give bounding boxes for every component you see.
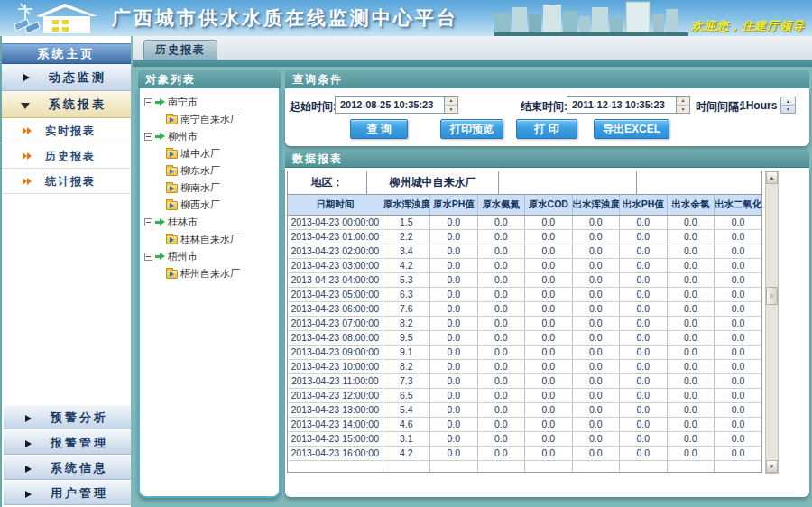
end-time-input[interactable]: 2011-12-13 10:35:23 xyxy=(567,96,677,114)
sidebar-subitem-2[interactable]: 统计报表 xyxy=(2,169,131,194)
report-panel-header: 数据报表 xyxy=(285,150,809,168)
vertical-scrollbar[interactable]: ▲ ≡ ▼ xyxy=(765,171,779,474)
query-button-3[interactable]: 导出EXCEL xyxy=(594,119,669,139)
report-panel: 数据报表 地区： 柳州城中自来水厂 日期时间原水浑浊度原水PH值原水氨氮原水CO… xyxy=(285,150,809,497)
query-button-0[interactable]: 查 询 xyxy=(350,119,408,139)
logo-image xyxy=(13,1,114,36)
triangle-right-icon xyxy=(25,415,32,422)
table-cell: 0.0 xyxy=(715,388,762,402)
collapse-minus-icon[interactable] xyxy=(144,253,152,261)
sidebar-item-system-reports[interactable]: 系统报表 xyxy=(2,91,131,118)
table-cell: 0.0 xyxy=(430,359,478,373)
tree-city-label: 南宁市 xyxy=(168,96,198,109)
table-row: 2013-04-23 15:00:003.10.00.00.00.00.00.0… xyxy=(288,431,761,446)
table-cell: 0.0 xyxy=(525,388,573,402)
table-cell: 0.0 xyxy=(667,287,715,301)
main-area: 历史报表 对象列表 南宁市南宁自来水厂柳州市城中水厂柳东水厂柳南水厂柳西水厂桂林… xyxy=(133,36,812,507)
sidebar-bottom-item-3[interactable]: 用户管理 xyxy=(4,480,131,505)
start-time-label: 起始时间: xyxy=(290,99,337,115)
sidebar-item-dynamic-monitor[interactable]: 动态监测 xyxy=(2,64,131,91)
table-cell: 0.0 xyxy=(430,373,478,388)
table-cell: 0.0 xyxy=(715,373,762,388)
table-cell: 0.0 xyxy=(715,431,762,446)
tree-node-plant[interactable]: 梧州自来水厂 xyxy=(142,265,277,282)
table-row: 2013-04-23 14:00:004.60.00.00.00.00.00.0… xyxy=(288,417,761,431)
table-cell: 0.0 xyxy=(715,446,762,460)
interval-value[interactable]: 1Hours xyxy=(740,99,777,112)
tree-node-plant[interactable]: 柳南水厂 xyxy=(142,180,277,197)
spinner-up-icon[interactable]: ▲ xyxy=(781,97,795,106)
column-header-0: 日期时间 xyxy=(288,195,383,215)
sidebar-bottom-item-0[interactable]: 预警分析 xyxy=(4,404,131,429)
sidebar-item-home[interactable]: 系统主页 xyxy=(2,43,131,64)
table-cell: 0.0 xyxy=(477,345,525,359)
spinner-down-icon[interactable]: ▼ xyxy=(781,106,795,113)
table-cell: 4.6 xyxy=(383,417,430,431)
table-cell: 0.0 xyxy=(525,330,573,345)
table-cell: 2013-04-23 12:00:00 xyxy=(288,388,383,402)
tree-node-plant[interactable]: 柳东水厂 xyxy=(142,162,277,180)
table-cell: 2013-04-23 16:00:00 xyxy=(288,446,383,460)
table-cell: 0.0 xyxy=(572,330,620,345)
spinner-up-icon[interactable]: ▲ xyxy=(677,97,689,106)
table-cell: 0.0 xyxy=(620,345,668,359)
tree-node-plant[interactable]: 城中水厂 xyxy=(142,145,277,162)
folder-icon xyxy=(166,270,178,279)
table-cell: 0.0 xyxy=(620,388,668,402)
tab-history-report[interactable]: 历史报表 xyxy=(143,40,217,60)
tree-node-city[interactable]: 梧州市 xyxy=(142,248,277,265)
object-list-body: 南宁市南宁自来水厂柳州市城中水厂柳东水厂柳南水厂柳西水厂桂林市桂林自来水厂梧州市… xyxy=(138,88,281,498)
table-cell xyxy=(430,460,478,472)
scroll-up-icon[interactable]: ▲ xyxy=(766,171,778,184)
tree-node-plant[interactable]: 南宁自来水厂 xyxy=(142,111,277,128)
end-time-label: 结束时间: xyxy=(521,99,567,115)
query-button-2[interactable]: 打 印 xyxy=(516,119,577,139)
triangle-down-icon xyxy=(21,103,30,109)
column-header-5: 出水浑浊度 xyxy=(572,195,620,215)
tree-node-city[interactable]: 桂林市 xyxy=(142,214,277,231)
start-time-input[interactable]: 2012-08-25 10:35:23 xyxy=(335,96,445,114)
scroll-down-icon[interactable]: ▼ xyxy=(766,460,778,473)
tree-node-city[interactable]: 南宁市 xyxy=(142,94,277,111)
spinner-down-icon[interactable]: ▼ xyxy=(445,106,457,114)
table-cell: 0.0 xyxy=(715,272,762,287)
table-cell: 0.0 xyxy=(572,388,620,402)
table-cell: 0.0 xyxy=(620,316,668,330)
table-cell: 7.3 xyxy=(383,373,430,388)
spinner-up-icon[interactable]: ▲ xyxy=(445,97,457,106)
table-cell: 2013-04-23 10:00:00 xyxy=(288,359,383,373)
tree-node-city[interactable]: 柳州市 xyxy=(142,128,277,145)
sidebar-subitem-0[interactable]: 实时报表 xyxy=(2,118,131,143)
sidebar-item-label: 系统信息 xyxy=(51,461,108,475)
sidebar-bottom-item-1[interactable]: 报警管理 xyxy=(4,429,131,455)
green-arrow-icon xyxy=(155,218,165,226)
table-cell: 2.2 xyxy=(383,229,430,244)
collapse-minus-icon[interactable] xyxy=(144,218,152,226)
table-cell: 0.0 xyxy=(572,244,620,258)
table-row-empty xyxy=(288,460,761,472)
page-title: 广西城市供水水质在线监测中心平台 xyxy=(112,5,458,31)
table-cell: 0.0 xyxy=(525,301,573,316)
table-cell: 3.1 xyxy=(383,431,430,446)
collapse-minus-icon[interactable] xyxy=(144,98,152,106)
table-cell: 0.0 xyxy=(525,215,573,229)
spinner-down-icon[interactable]: ▼ xyxy=(677,106,689,114)
triangle-right-icon xyxy=(25,440,32,447)
table-cell: 0.0 xyxy=(667,258,715,272)
table-cell: 2013-04-23 14:00:00 xyxy=(288,417,383,431)
table-cell: 0.0 xyxy=(525,359,573,373)
sidebar-bottom-item-2[interactable]: 系统信息 xyxy=(4,455,131,480)
scrollbar-thumb[interactable]: ≡ xyxy=(766,287,778,305)
table-cell: 0.0 xyxy=(620,330,668,345)
table-row: 2013-04-23 13:00:005.40.00.00.00.00.00.0… xyxy=(288,402,761,417)
orange-arrow-icon xyxy=(23,127,32,135)
tree-node-plant[interactable]: 柳西水厂 xyxy=(142,197,277,214)
table-cell: 0.0 xyxy=(667,301,715,316)
collapse-minus-icon[interactable] xyxy=(144,133,152,141)
sidebar-subitem-1[interactable]: 历史报表 xyxy=(2,143,131,169)
query-button-1[interactable]: 打印预览 xyxy=(440,119,503,139)
query-panel-body: 起始时间: 2012-08-25 10:35:23 ▲▼ 结束时间: 2011-… xyxy=(285,88,809,146)
tree-node-plant[interactable]: 桂林自来水厂 xyxy=(142,231,277,248)
table-cell: 0.0 xyxy=(667,388,715,402)
table-cell: 0.0 xyxy=(477,359,525,373)
